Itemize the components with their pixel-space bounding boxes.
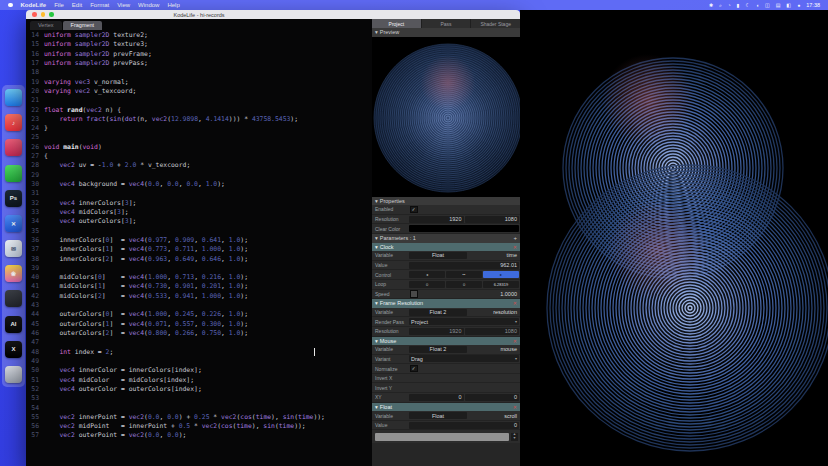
code-line[interactable]: 51 vec4 midColor = midColors[index];: [26, 376, 372, 385]
speed-stepper[interactable]: [410, 290, 418, 298]
chat-icon[interactable]: ◖: [756, 2, 759, 8]
code-line[interactable]: 50 vec4 innerColor = innerColors[index];: [26, 366, 372, 375]
loop-end-field[interactable]: 6.28319: [483, 281, 519, 288]
battery-icon[interactable]: ▮: [737, 2, 740, 8]
menu-item-format[interactable]: Format: [90, 2, 109, 8]
dock-icon-app-facetime[interactable]: [5, 165, 22, 182]
code-line[interactable]: 42 midColors[2] = vec4(0.533, 0.941, 1.0…: [26, 292, 372, 301]
tab-fragment[interactable]: Fragment: [63, 21, 103, 30]
mouse-variant-dropdown[interactable]: Drag ▾: [409, 355, 519, 362]
clock-speed-value[interactable]: 1.0000: [500, 291, 520, 297]
clock-section-header[interactable]: ▾ Clock ✕: [372, 243, 520, 252]
tab-vertex[interactable]: Vertex: [30, 21, 62, 30]
dock-icon-app-music[interactable]: ♪: [5, 114, 22, 131]
code-line[interactable]: 45 outerColors[1] = vec4(0.071, 0.557, 0…: [26, 320, 372, 329]
code-line[interactable]: 16uniform sampler2D prevFrame;: [26, 50, 372, 59]
code-line[interactable]: 35: [26, 227, 372, 236]
menu-item-kodelife[interactable]: KodeLife: [21, 2, 47, 8]
code-line[interactable]: 53: [26, 394, 372, 403]
dock-icon-app-x[interactable]: X: [5, 341, 22, 358]
dock-icon-app-podcasts[interactable]: [5, 139, 22, 156]
code-line[interactable]: 41 midColors[1] = vec4(0.730, 0.901, 0.2…: [26, 282, 372, 291]
loop-start-field[interactable]: 0: [446, 281, 482, 288]
control-center-icon[interactable]: ◔: [728, 2, 731, 8]
code-editor[interactable]: Vertex Fragment 14uniform sampler2D text…: [26, 19, 372, 466]
code-line[interactable]: 48 int index = 2;: [26, 348, 372, 357]
code-line[interactable]: 32 vec4 innerColors[3];: [26, 199, 372, 208]
dock-icon-trash[interactable]: [5, 366, 22, 383]
float-value-field[interactable]: 0: [409, 422, 519, 429]
clock-pause-button[interactable]: ▪▪: [446, 271, 482, 278]
clock-value-field[interactable]: 962.01: [409, 262, 519, 269]
float-type-dropdown[interactable]: Float: [409, 412, 467, 419]
display-icon[interactable]: ◧: [786, 2, 791, 8]
tab-project[interactable]: Project: [372, 19, 421, 28]
keyboard-icon[interactable]: ▤: [776, 2, 781, 8]
menu-clock[interactable]: 17:38: [806, 2, 820, 8]
clear-color-swatch[interactable]: [409, 225, 519, 232]
code-line[interactable]: 19varying vec3 v_normal;: [26, 78, 372, 87]
render-pass-dropdown[interactable]: Project ▾: [409, 318, 519, 325]
clock-type-dropdown[interactable]: Float: [409, 252, 467, 259]
dock-icon-app-discord[interactable]: [5, 290, 22, 307]
dock-icon-finder[interactable]: [5, 89, 22, 106]
tab-shader-stage[interactable]: Shader Stage: [471, 19, 520, 28]
code-line[interactable]: 36 innerColors[0] = vec4(0.977, 0.909, 0…: [26, 236, 372, 245]
siri-icon[interactable]: ✱: [709, 2, 713, 8]
code-line[interactable]: 29: [26, 171, 372, 180]
frame-resolution-variable-name[interactable]: resolution: [493, 309, 520, 315]
code-line[interactable]: 55 vec2 innerPoint = vec2(0.0, 0.0) + 0.…: [26, 413, 372, 422]
code-line[interactable]: 15uniform sampler2D texture3;: [26, 40, 372, 49]
remove-clock-button[interactable]: ✕: [513, 244, 517, 250]
float-variable-name[interactable]: scroll: [504, 413, 520, 419]
apple-icon[interactable]: [8, 3, 13, 8]
code-line[interactable]: 26void main(void): [26, 143, 372, 152]
menu-item-edit[interactable]: Edit: [72, 2, 82, 8]
code-line[interactable]: 46 outerColors[2] = vec4(0.800, 0.266, 0…: [26, 329, 372, 338]
mouse-type-dropdown[interactable]: Float 2: [409, 346, 467, 353]
code-line[interactable]: 25: [26, 133, 372, 142]
frame-resolution-section-header[interactable]: ▾ Frame Resolution ✕: [372, 299, 520, 308]
dock-icon-app-mail[interactable]: ✉: [5, 240, 22, 257]
remove-frame-resolution-button[interactable]: ✕: [513, 300, 517, 306]
frame-resolution-width[interactable]: 1920: [409, 328, 464, 335]
mouse-x-field[interactable]: 0: [409, 394, 464, 401]
code-line[interactable]: 20varying vec2 v_texcoord;: [26, 87, 372, 96]
code-area[interactable]: 14uniform sampler2D texture2;15uniform s…: [26, 31, 372, 441]
menu-item-help[interactable]: Help: [167, 2, 179, 8]
menu-item-window[interactable]: Window: [138, 2, 159, 8]
float-spinner[interactable]: ▲▼: [511, 433, 518, 441]
code-line[interactable]: 57 vec2 outerPoint = vec2(0.0, 0.0);: [26, 431, 372, 440]
float-value-slider[interactable]: [375, 433, 509, 441]
code-line[interactable]: 28 vec2 uv = -1.0 + 2.0 * v_texcoord;: [26, 161, 372, 170]
code-line[interactable]: 52 vec4 outerColor = outerColors[index];: [26, 385, 372, 394]
normalize-checkbox[interactable]: ✓: [410, 365, 418, 373]
float-section-header[interactable]: ▾ Float ✕: [372, 403, 520, 412]
code-line[interactable]: 23 return fract(sin(dot(n, vec2(12.9898,…: [26, 115, 372, 124]
code-line[interactable]: 31: [26, 189, 372, 198]
window-titlebar[interactable]: KodeLife - hi-records: [26, 10, 520, 19]
clock-play-button[interactable]: ▸: [483, 271, 519, 278]
code-line[interactable]: 56 vec2 midPoint = innerPoint + 0.5 * ve…: [26, 422, 372, 431]
search-icon[interactable]: ⌕: [719, 2, 722, 9]
dock-icon-app-photos[interactable]: ❀: [5, 265, 22, 282]
code-line[interactable]: 30 vec4 background = vec4(0.0, 0.0, 0.0,…: [26, 180, 372, 189]
remove-mouse-button[interactable]: ✕: [513, 338, 517, 344]
code-line[interactable]: 43: [26, 301, 372, 310]
parameters-section-header[interactable]: ▾ Parameters : 1 +: [372, 234, 520, 243]
code-line[interactable]: 33 vec4 midColors[3];: [26, 208, 372, 217]
add-parameter-button[interactable]: +: [513, 235, 517, 241]
code-line[interactable]: 40 midColors[0] = vec4(1.000, 0.713, 0.2…: [26, 273, 372, 282]
preview-section-header[interactable]: ▾ Preview: [372, 28, 520, 37]
menu-item-view[interactable]: View: [117, 2, 130, 8]
code-line[interactable]: 47: [26, 338, 372, 347]
code-line[interactable]: 37 innerColors[1] = vec4(0.773, 0.711, 1…: [26, 245, 372, 254]
dock-icon-app-xcode[interactable]: ✕: [5, 215, 22, 232]
code-line[interactable]: 54: [26, 404, 372, 413]
code-line[interactable]: 39: [26, 264, 372, 273]
code-line[interactable]: 22float rand(vec2 n) {: [26, 106, 372, 115]
code-line[interactable]: 17uniform sampler2D prevPass;: [26, 59, 372, 68]
mouse-variable-name[interactable]: mouse: [500, 346, 520, 352]
loop-enable-field[interactable]: 0: [409, 281, 445, 288]
properties-section-header[interactable]: ▾ Properties: [372, 197, 520, 206]
